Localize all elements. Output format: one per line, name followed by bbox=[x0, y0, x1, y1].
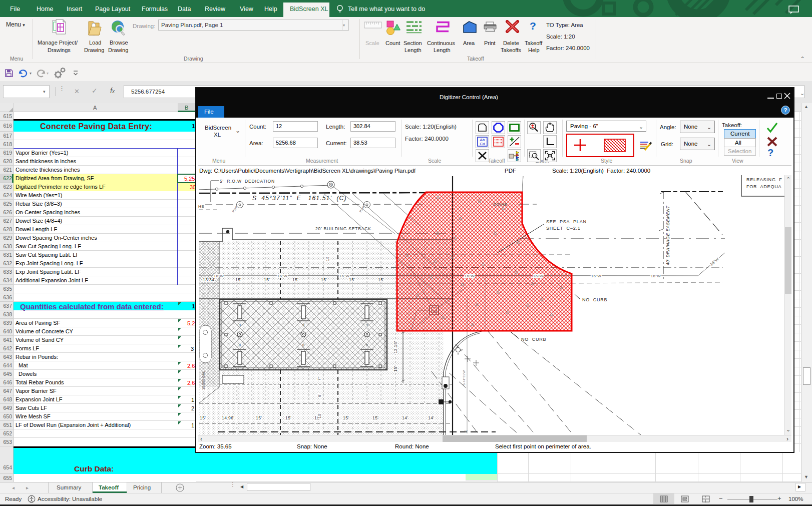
svg-text:?: ? bbox=[783, 107, 787, 113]
svg-text:S 45°37’11” E 161.51’ (C): S 45°37’11” E 161.51’ (C) bbox=[252, 195, 347, 202]
svg-text:7': 7' bbox=[317, 377, 321, 381]
svg-text:5' R.O.W DEDICATION: 5' R.O.W DEDICATION bbox=[220, 179, 275, 184]
svg-text:9: 9 bbox=[302, 323, 304, 327]
svg-text:8: 8 bbox=[239, 343, 241, 347]
svg-text:15': 15' bbox=[256, 415, 262, 420]
svg-text:9': 9' bbox=[317, 394, 322, 397]
svg-text:13.16': 13.16' bbox=[393, 341, 398, 354]
svg-text:PWP: PWP bbox=[232, 205, 238, 213]
svg-text:14': 14' bbox=[402, 415, 408, 420]
svg-text:9: 9 bbox=[239, 323, 241, 327]
svg-text:W: W bbox=[465, 430, 468, 433]
svg-text:15': 15' bbox=[378, 277, 384, 282]
svg-text:16”W: 16”W bbox=[651, 274, 661, 278]
svg-text:16”W: 16”W bbox=[277, 274, 287, 278]
svg-text:S 44°51'W: S 44°51'W bbox=[463, 370, 466, 385]
svg-text:HE: HE bbox=[198, 204, 205, 209]
svg-text:15': 15' bbox=[325, 255, 330, 261]
svg-text:16”W: 16”W bbox=[339, 274, 349, 278]
svg-text:14.96': 14.96' bbox=[222, 415, 234, 420]
svg-text:PWP: PWP bbox=[359, 205, 365, 213]
svg-text:15': 15' bbox=[317, 412, 322, 418]
svg-text:15': 15' bbox=[200, 415, 206, 420]
svg-text:15': 15' bbox=[292, 277, 298, 282]
svg-text:8: 8 bbox=[302, 343, 304, 347]
svg-text:NO CURB: NO CURB bbox=[521, 337, 546, 342]
svg-text:8: 8 bbox=[366, 343, 368, 347]
svg-text:15': 15' bbox=[235, 277, 241, 282]
svg-text:SHEET C–2.1: SHEET C–2.1 bbox=[546, 226, 581, 231]
svg-text:16”W: 16”W bbox=[214, 274, 224, 278]
svg-text:40’ DRAINAGE EASEMENT: 40’ DRAINAGE EASEMENT bbox=[665, 205, 670, 265]
svg-text:15': 15' bbox=[343, 415, 349, 420]
svg-text:16”W: 16”W bbox=[591, 274, 601, 278]
svg-text:15': 15' bbox=[393, 366, 398, 372]
svg-text:S: S bbox=[330, 184, 332, 187]
svg-text:SEE PSA PLAN: SEE PSA PLAN bbox=[546, 219, 587, 224]
svg-text:20’ BUILDING SETBACK.: 20’ BUILDING SETBACK. bbox=[315, 226, 373, 231]
svg-text:Cd: Cd bbox=[480, 142, 485, 146]
svg-text:10,000 GAL: 10,000 GAL bbox=[202, 371, 205, 390]
svg-text:16”W: 16”W bbox=[465, 274, 475, 278]
svg-text:NO CURB: NO CURB bbox=[582, 297, 607, 302]
svg-text:16”W: 16”W bbox=[533, 274, 543, 278]
svg-text:15': 15' bbox=[372, 415, 378, 420]
svg-text:OO/HE: OO/HE bbox=[493, 202, 507, 207]
svg-text:14': 14' bbox=[428, 415, 434, 420]
svg-text:FOR ADEQUA: FOR ADEQUA bbox=[746, 184, 781, 189]
svg-text:9: 9 bbox=[366, 323, 368, 327]
svg-text:15': 15' bbox=[264, 277, 270, 282]
svg-text:15': 15' bbox=[349, 277, 355, 282]
svg-text:15': 15' bbox=[321, 277, 327, 282]
svg-text:RELEASING F: RELEASING F bbox=[746, 177, 782, 182]
svg-text:15': 15' bbox=[285, 415, 291, 420]
